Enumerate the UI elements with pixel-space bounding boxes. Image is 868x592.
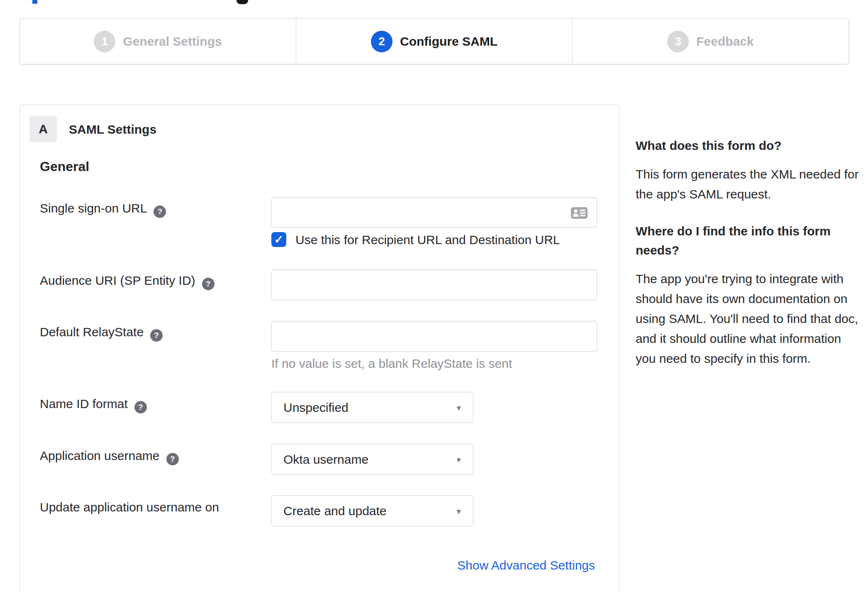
nameid-label-row: Name ID format? — [40, 397, 147, 412]
relaystate-input[interactable] — [271, 321, 597, 352]
step-number-badge: 1 — [94, 31, 115, 52]
step-label: General Settings — [123, 34, 222, 49]
chevron-down-icon: ▼ — [455, 404, 462, 413]
audience-uri-input[interactable] — [271, 269, 597, 300]
step-number-badge: 3 — [667, 31, 689, 52]
show-advanced-settings-link[interactable]: Show Advanced Settings — [457, 558, 595, 572]
sso-url-input[interactable] — [271, 197, 597, 228]
app-username-select-value: Okta username — [283, 453, 368, 467]
audience-uri-label-row: Audience URI (SP Entity ID)? — [40, 274, 215, 289]
nameid-select[interactable]: Unspecified ▼ — [271, 392, 473, 423]
wizard-stepper: 1 General Settings 2 Configure SAML 3 Fe… — [20, 18, 849, 64]
relaystate-help-icon[interactable]: ? — [150, 329, 163, 342]
checkmark-icon: ✓ — [274, 233, 284, 246]
step-number-badge: 2 — [371, 31, 393, 52]
update-username-select[interactable]: Create and update ▼ — [271, 495, 473, 526]
chevron-down-icon: ▼ — [455, 508, 462, 516]
update-username-label: Update application username on — [40, 500, 219, 514]
update-username-label-row: Update application username on — [40, 500, 219, 514]
app-username-label-row: Application username? — [40, 449, 179, 464]
saml-settings-panel: A SAML Settings General Single sign-on U… — [20, 105, 619, 592]
advanced-settings-link-wrap: Show Advanced Settings — [457, 558, 595, 572]
step-feedback[interactable]: 3 Feedback — [572, 19, 848, 64]
audience-uri-help-icon[interactable]: ? — [202, 278, 215, 290]
step-label: Configure SAML — [400, 34, 497, 49]
audience-uri-label: Audience URI (SP Entity ID) — [40, 274, 195, 287]
sso-url-label-row: Single sign-on URL? — [40, 201, 166, 216]
help-sidebar: What does this form do? This form genera… — [636, 136, 862, 386]
clipped-blue-accent-fragment — [32, 0, 37, 4]
nameid-help-icon[interactable]: ? — [134, 401, 147, 413]
sidebar-question-2: Where do I find the info this form needs… — [636, 222, 835, 260]
clipped-dark-icon-fragment — [237, 0, 248, 4]
sidebar-answer-1: This form generates the XML needed for t… — [636, 164, 862, 204]
relaystate-hint: If no value is set, a blank RelayState i… — [271, 357, 512, 371]
app-username-help-icon[interactable]: ? — [166, 453, 179, 465]
recipient-url-checkbox[interactable]: ✓ — [271, 232, 286, 247]
update-username-select-value: Create and update — [283, 504, 387, 518]
recipient-url-checkbox-label: Use this for Recipient URL and Destinati… — [295, 233, 560, 247]
step-general-settings[interactable]: 1 General Settings — [20, 19, 296, 64]
step-configure-saml[interactable]: 2 Configure SAML — [296, 19, 572, 64]
general-section-heading: General — [40, 159, 89, 174]
sso-url-help-icon[interactable]: ? — [154, 205, 166, 218]
nameid-label: Name ID format — [40, 397, 128, 411]
relaystate-label-row: Default RelayState? — [40, 325, 163, 340]
sidebar-answer-2: The app you're trying to integrate with … — [636, 269, 862, 369]
sso-url-label: Single sign-on URL — [40, 201, 147, 215]
sso-url-input-wrap — [271, 197, 597, 228]
sidebar-question-1: What does this form do? — [636, 136, 862, 155]
relaystate-label: Default RelayState — [40, 325, 144, 339]
app-username-select[interactable]: Okta username ▼ — [271, 444, 473, 475]
panel-title: SAML Settings — [69, 122, 156, 137]
section-a-badge: A — [29, 116, 57, 142]
chevron-down-icon: ▼ — [455, 456, 462, 465]
app-username-label: Application username — [40, 449, 160, 462]
nameid-select-value: Unspecified — [283, 401, 349, 415]
step-label: Feedback — [696, 34, 753, 49]
